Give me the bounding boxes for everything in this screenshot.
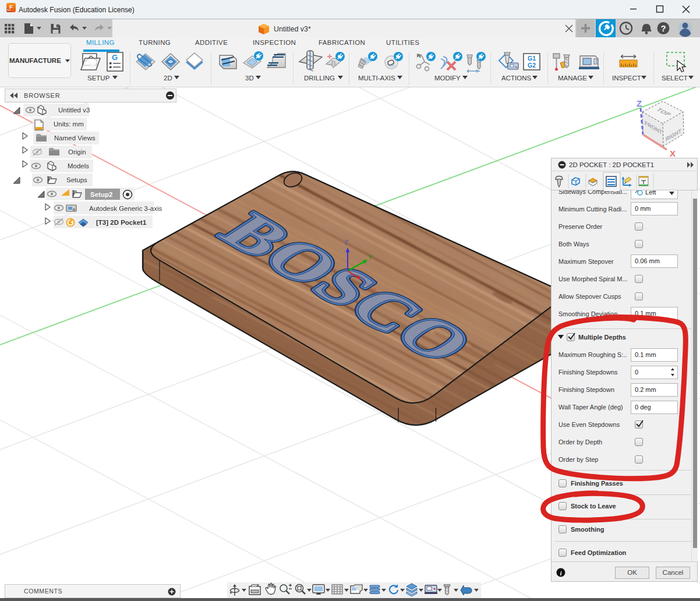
svg-text:Origin: Origin	[68, 149, 86, 155]
svg-text:MULTI-AXIS: MULTI-AXIS	[358, 75, 395, 82]
svg-text:Models: Models	[68, 162, 89, 169]
svg-text:SELECT: SELECT	[662, 75, 688, 82]
svg-text:DRILLING: DRILLING	[304, 75, 335, 82]
svg-text:BROWSER: BROWSER	[24, 92, 60, 99]
svg-text:Z: Z	[637, 98, 642, 108]
svg-text:G: G	[112, 53, 118, 62]
svg-text:2D POCKET : 2D POCKET1: 2D POCKET : 2D POCKET1	[569, 161, 654, 168]
svg-text:INSPECT: INSPECT	[612, 75, 641, 82]
svg-text:G1: G1	[528, 55, 536, 62]
svg-text:Setup2: Setup2	[90, 191, 112, 198]
svg-text:[T3] 2D Pocket1: [T3] 2D Pocket1	[96, 219, 147, 226]
svg-text:G2: G2	[528, 62, 536, 69]
svg-text:Y: Y	[369, 254, 373, 261]
svg-text:FUS: FUS	[7, 9, 10, 12]
svg-text:Z: Z	[345, 239, 348, 246]
svg-text:MODIFY: MODIFY	[434, 75, 461, 82]
svg-text:X: X	[670, 149, 676, 158]
svg-text:2D: 2D	[164, 75, 172, 82]
svg-text:Untitled v3: Untitled v3	[58, 107, 90, 114]
svg-text:X: X	[373, 287, 377, 294]
svg-text:Untitled v3*: Untitled v3*	[274, 25, 311, 33]
svg-text:SETUP: SETUP	[87, 75, 110, 82]
svg-text:MANAGE: MANAGE	[558, 75, 587, 82]
svg-text:Autodesk Generic 3-axis: Autodesk Generic 3-axis	[89, 205, 162, 212]
svg-text:ACTIONS: ACTIONS	[501, 75, 531, 82]
svg-text:?: ?	[660, 23, 666, 33]
svg-text:Named Views: Named Views	[54, 135, 96, 142]
svg-text:Setups: Setups	[66, 176, 87, 183]
svg-text:F: F	[9, 3, 13, 10]
svg-text:Units: mm: Units: mm	[54, 121, 84, 128]
svg-text:3D: 3D	[245, 75, 254, 82]
